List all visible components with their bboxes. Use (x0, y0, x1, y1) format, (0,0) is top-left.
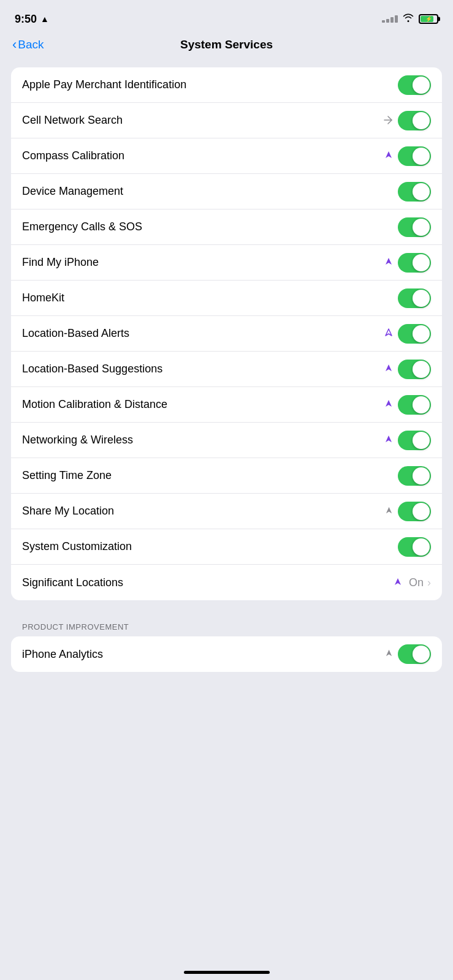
nav-bar: ‹ Back System Services (0, 33, 453, 61)
product-improvement-header: PRODUCT IMPROVEMENT (11, 622, 442, 636)
label-location-alerts: Location-Based Alerts (22, 327, 129, 340)
significant-locations-chevron: › (427, 576, 431, 589)
row-location-alerts: Location-Based Alerts (11, 316, 442, 352)
significant-locations-value: On (409, 576, 424, 589)
row-device-mgmt: Device Management (11, 174, 442, 209)
row-emergency: Emergency Calls & SOS (11, 209, 442, 245)
location-icon-networking (384, 434, 394, 446)
location-icon-iphone-analytics (385, 649, 394, 660)
status-bar: 9:50 ▲ ⚡ (0, 0, 453, 33)
status-right: ⚡ (382, 13, 438, 24)
label-networking: Networking & Wireless (22, 434, 133, 447)
toggle-networking[interactable] (398, 431, 431, 450)
back-button[interactable]: ‹ Back (12, 37, 44, 53)
toggle-emergency[interactable] (398, 217, 431, 237)
row-find-iphone: Find My iPhone (11, 245, 442, 281)
toggle-motion-calibration[interactable] (398, 395, 431, 415)
label-location-suggestions: Location-Based Suggestions (22, 363, 162, 375)
row-time-zone: Setting Time Zone (11, 458, 442, 494)
row-networking: Networking & Wireless (11, 423, 442, 458)
toggle-location-alerts[interactable] (398, 324, 431, 344)
location-icon-compass (384, 150, 394, 162)
status-time: 9:50 ▲ (15, 13, 49, 26)
toggle-compass[interactable] (398, 146, 431, 166)
back-label: Back (18, 38, 44, 51)
toggle-location-suggestions[interactable] (398, 360, 431, 379)
row-significant-locations[interactable]: Significant Locations On › (11, 565, 442, 600)
label-share-location: Share My Location (22, 505, 114, 518)
row-iphone-analytics: iPhone Analytics (11, 636, 442, 672)
toggle-iphone-analytics[interactable] (398, 644, 431, 664)
row-cell-network: Cell Network Search (11, 103, 442, 138)
product-improvement-section: PRODUCT IMPROVEMENT iPhone Analytics (11, 622, 442, 672)
toggle-time-zone[interactable] (398, 466, 431, 486)
label-system-custom: System Customization (22, 540, 132, 553)
label-time-zone: Setting Time Zone (22, 469, 112, 482)
label-device-mgmt: Device Management (22, 185, 123, 198)
label-homekit: HomeKit (22, 292, 64, 304)
row-share-location: Share My Location (11, 494, 442, 529)
location-icon-location-suggestions (384, 363, 394, 375)
chevron-left-icon: ‹ (12, 37, 17, 53)
row-motion-calibration: Motion Calibration & Distance (11, 387, 442, 423)
toggle-share-location[interactable] (398, 502, 431, 521)
location-icon-significant-locations (394, 577, 403, 589)
clock: 9:50 (15, 13, 37, 26)
signal-icon (382, 15, 398, 23)
row-location-suggestions: Location-Based Suggestions (11, 352, 442, 387)
location-icon-share-location (385, 506, 394, 517)
toggle-apple-pay[interactable] (398, 75, 431, 95)
label-motion-calibration: Motion Calibration & Distance (22, 398, 167, 411)
label-cell-network: Cell Network Search (22, 114, 123, 127)
home-indicator (184, 971, 270, 974)
row-apple-pay: Apple Pay Merchant Identification (11, 67, 442, 103)
row-compass: Compass Calibration (11, 138, 442, 174)
toggle-find-iphone[interactable] (398, 253, 431, 273)
content: Apple Pay Merchant Identification Cell N… (0, 61, 453, 700)
toggle-homekit[interactable] (398, 288, 431, 308)
location-arrow-icon: ▲ (40, 14, 49, 24)
label-find-iphone: Find My iPhone (22, 256, 99, 269)
label-iphone-analytics: iPhone Analytics (22, 648, 103, 661)
battery-icon: ⚡ (419, 14, 438, 24)
toggle-device-mgmt[interactable] (398, 182, 431, 202)
row-homekit: HomeKit (11, 281, 442, 316)
label-significant-locations: Significant Locations (22, 576, 123, 589)
wifi-icon (403, 13, 414, 24)
location-icon-location-alerts (384, 328, 394, 339)
system-services-card: Apple Pay Merchant Identification Cell N… (11, 67, 442, 600)
row-system-custom: System Customization (11, 529, 442, 565)
location-icon-motion-calibration (384, 399, 394, 410)
product-improvement-card: iPhone Analytics (11, 636, 442, 672)
label-emergency: Emergency Calls & SOS (22, 221, 142, 233)
toggle-system-custom[interactable] (398, 537, 431, 557)
label-compass: Compass Calibration (22, 149, 124, 162)
page-title: System Services (180, 38, 273, 51)
toggle-cell-network[interactable] (398, 111, 431, 130)
location-icon-cell-network (384, 116, 394, 126)
label-apple-pay: Apple Pay Merchant Identification (22, 78, 186, 91)
location-icon-find-iphone (384, 257, 394, 268)
